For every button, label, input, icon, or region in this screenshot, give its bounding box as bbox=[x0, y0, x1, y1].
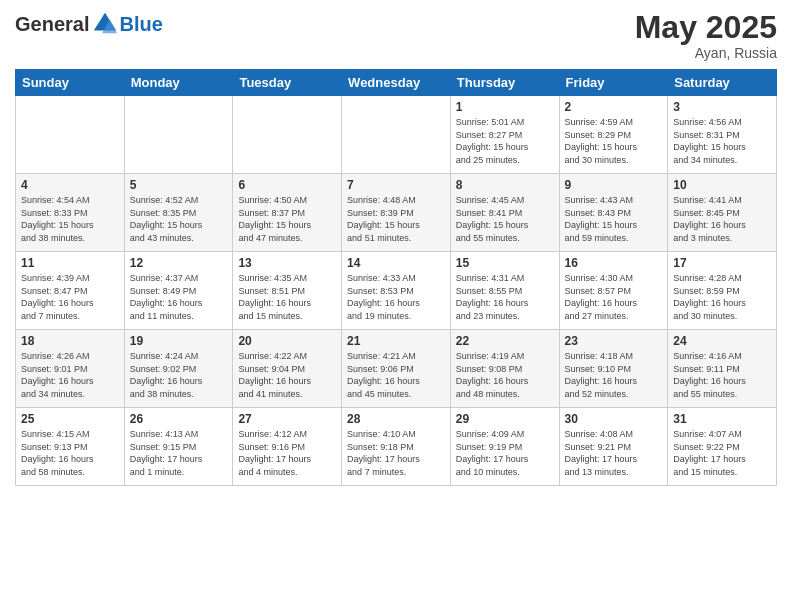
calendar-cell: 8Sunrise: 4:45 AM Sunset: 8:41 PM Daylig… bbox=[450, 174, 559, 252]
day-info: Sunrise: 4:13 AM Sunset: 9:15 PM Dayligh… bbox=[130, 428, 228, 478]
day-info: Sunrise: 4:18 AM Sunset: 9:10 PM Dayligh… bbox=[565, 350, 663, 400]
day-number: 28 bbox=[347, 412, 445, 426]
calendar-cell: 18Sunrise: 4:26 AM Sunset: 9:01 PM Dayli… bbox=[16, 330, 125, 408]
weekday-header-thursday: Thursday bbox=[450, 70, 559, 96]
day-number: 22 bbox=[456, 334, 554, 348]
day-number: 9 bbox=[565, 178, 663, 192]
weekday-header-friday: Friday bbox=[559, 70, 668, 96]
day-number: 27 bbox=[238, 412, 336, 426]
day-info: Sunrise: 5:01 AM Sunset: 8:27 PM Dayligh… bbox=[456, 116, 554, 166]
day-info: Sunrise: 4:07 AM Sunset: 9:22 PM Dayligh… bbox=[673, 428, 771, 478]
day-info: Sunrise: 4:19 AM Sunset: 9:08 PM Dayligh… bbox=[456, 350, 554, 400]
calendar-cell: 2Sunrise: 4:59 AM Sunset: 8:29 PM Daylig… bbox=[559, 96, 668, 174]
calendar-cell: 27Sunrise: 4:12 AM Sunset: 9:16 PM Dayli… bbox=[233, 408, 342, 486]
calendar-cell: 13Sunrise: 4:35 AM Sunset: 8:51 PM Dayli… bbox=[233, 252, 342, 330]
day-info: Sunrise: 4:43 AM Sunset: 8:43 PM Dayligh… bbox=[565, 194, 663, 244]
day-info: Sunrise: 4:26 AM Sunset: 9:01 PM Dayligh… bbox=[21, 350, 119, 400]
week-row-1: 1Sunrise: 5:01 AM Sunset: 8:27 PM Daylig… bbox=[16, 96, 777, 174]
day-number: 29 bbox=[456, 412, 554, 426]
calendar-cell: 24Sunrise: 4:16 AM Sunset: 9:11 PM Dayli… bbox=[668, 330, 777, 408]
day-info: Sunrise: 4:09 AM Sunset: 9:19 PM Dayligh… bbox=[456, 428, 554, 478]
week-row-2: 4Sunrise: 4:54 AM Sunset: 8:33 PM Daylig… bbox=[16, 174, 777, 252]
calendar-cell: 19Sunrise: 4:24 AM Sunset: 9:02 PM Dayli… bbox=[124, 330, 233, 408]
calendar-cell: 9Sunrise: 4:43 AM Sunset: 8:43 PM Daylig… bbox=[559, 174, 668, 252]
calendar-cell: 28Sunrise: 4:10 AM Sunset: 9:18 PM Dayli… bbox=[342, 408, 451, 486]
calendar: SundayMondayTuesdayWednesdayThursdayFrid… bbox=[15, 69, 777, 486]
day-number: 16 bbox=[565, 256, 663, 270]
day-info: Sunrise: 4:31 AM Sunset: 8:55 PM Dayligh… bbox=[456, 272, 554, 322]
calendar-cell: 25Sunrise: 4:15 AM Sunset: 9:13 PM Dayli… bbox=[16, 408, 125, 486]
logo: General Blue bbox=[15, 10, 163, 38]
logo-blue: Blue bbox=[119, 13, 162, 36]
location: Ayan, Russia bbox=[635, 45, 777, 61]
calendar-cell: 3Sunrise: 4:56 AM Sunset: 8:31 PM Daylig… bbox=[668, 96, 777, 174]
calendar-cell: 20Sunrise: 4:22 AM Sunset: 9:04 PM Dayli… bbox=[233, 330, 342, 408]
weekday-header-sunday: Sunday bbox=[16, 70, 125, 96]
calendar-cell bbox=[124, 96, 233, 174]
day-info: Sunrise: 4:21 AM Sunset: 9:06 PM Dayligh… bbox=[347, 350, 445, 400]
calendar-cell bbox=[16, 96, 125, 174]
day-info: Sunrise: 4:54 AM Sunset: 8:33 PM Dayligh… bbox=[21, 194, 119, 244]
day-info: Sunrise: 4:37 AM Sunset: 8:49 PM Dayligh… bbox=[130, 272, 228, 322]
day-number: 6 bbox=[238, 178, 336, 192]
calendar-cell: 23Sunrise: 4:18 AM Sunset: 9:10 PM Dayli… bbox=[559, 330, 668, 408]
logo-icon bbox=[91, 10, 119, 38]
day-number: 12 bbox=[130, 256, 228, 270]
day-number: 30 bbox=[565, 412, 663, 426]
calendar-cell: 29Sunrise: 4:09 AM Sunset: 9:19 PM Dayli… bbox=[450, 408, 559, 486]
day-number: 15 bbox=[456, 256, 554, 270]
day-info: Sunrise: 4:50 AM Sunset: 8:37 PM Dayligh… bbox=[238, 194, 336, 244]
calendar-cell: 26Sunrise: 4:13 AM Sunset: 9:15 PM Dayli… bbox=[124, 408, 233, 486]
weekday-header-tuesday: Tuesday bbox=[233, 70, 342, 96]
weekday-header-monday: Monday bbox=[124, 70, 233, 96]
calendar-cell: 12Sunrise: 4:37 AM Sunset: 8:49 PM Dayli… bbox=[124, 252, 233, 330]
day-number: 13 bbox=[238, 256, 336, 270]
calendar-cell: 5Sunrise: 4:52 AM Sunset: 8:35 PM Daylig… bbox=[124, 174, 233, 252]
day-number: 2 bbox=[565, 100, 663, 114]
day-info: Sunrise: 4:22 AM Sunset: 9:04 PM Dayligh… bbox=[238, 350, 336, 400]
day-number: 23 bbox=[565, 334, 663, 348]
day-info: Sunrise: 4:41 AM Sunset: 8:45 PM Dayligh… bbox=[673, 194, 771, 244]
weekday-header-row: SundayMondayTuesdayWednesdayThursdayFrid… bbox=[16, 70, 777, 96]
calendar-cell bbox=[233, 96, 342, 174]
day-info: Sunrise: 4:39 AM Sunset: 8:47 PM Dayligh… bbox=[21, 272, 119, 322]
day-info: Sunrise: 4:15 AM Sunset: 9:13 PM Dayligh… bbox=[21, 428, 119, 478]
day-number: 18 bbox=[21, 334, 119, 348]
calendar-cell: 22Sunrise: 4:19 AM Sunset: 9:08 PM Dayli… bbox=[450, 330, 559, 408]
day-info: Sunrise: 4:12 AM Sunset: 9:16 PM Dayligh… bbox=[238, 428, 336, 478]
title-block: May 2025 Ayan, Russia bbox=[635, 10, 777, 61]
day-info: Sunrise: 4:28 AM Sunset: 8:59 PM Dayligh… bbox=[673, 272, 771, 322]
day-info: Sunrise: 4:08 AM Sunset: 9:21 PM Dayligh… bbox=[565, 428, 663, 478]
day-number: 20 bbox=[238, 334, 336, 348]
day-info: Sunrise: 4:52 AM Sunset: 8:35 PM Dayligh… bbox=[130, 194, 228, 244]
calendar-cell: 4Sunrise: 4:54 AM Sunset: 8:33 PM Daylig… bbox=[16, 174, 125, 252]
calendar-cell: 30Sunrise: 4:08 AM Sunset: 9:21 PM Dayli… bbox=[559, 408, 668, 486]
calendar-cell: 31Sunrise: 4:07 AM Sunset: 9:22 PM Dayli… bbox=[668, 408, 777, 486]
week-row-4: 18Sunrise: 4:26 AM Sunset: 9:01 PM Dayli… bbox=[16, 330, 777, 408]
day-info: Sunrise: 4:35 AM Sunset: 8:51 PM Dayligh… bbox=[238, 272, 336, 322]
day-number: 5 bbox=[130, 178, 228, 192]
calendar-cell: 14Sunrise: 4:33 AM Sunset: 8:53 PM Dayli… bbox=[342, 252, 451, 330]
day-number: 17 bbox=[673, 256, 771, 270]
day-info: Sunrise: 4:56 AM Sunset: 8:31 PM Dayligh… bbox=[673, 116, 771, 166]
day-info: Sunrise: 4:24 AM Sunset: 9:02 PM Dayligh… bbox=[130, 350, 228, 400]
day-info: Sunrise: 4:16 AM Sunset: 9:11 PM Dayligh… bbox=[673, 350, 771, 400]
header: General Blue May 2025 Ayan, Russia bbox=[15, 10, 777, 61]
day-info: Sunrise: 4:33 AM Sunset: 8:53 PM Dayligh… bbox=[347, 272, 445, 322]
day-number: 1 bbox=[456, 100, 554, 114]
week-row-3: 11Sunrise: 4:39 AM Sunset: 8:47 PM Dayli… bbox=[16, 252, 777, 330]
day-number: 10 bbox=[673, 178, 771, 192]
calendar-cell: 10Sunrise: 4:41 AM Sunset: 8:45 PM Dayli… bbox=[668, 174, 777, 252]
day-number: 19 bbox=[130, 334, 228, 348]
calendar-cell: 17Sunrise: 4:28 AM Sunset: 8:59 PM Dayli… bbox=[668, 252, 777, 330]
day-info: Sunrise: 4:10 AM Sunset: 9:18 PM Dayligh… bbox=[347, 428, 445, 478]
logo-general: General bbox=[15, 13, 89, 36]
calendar-cell bbox=[342, 96, 451, 174]
month-year: May 2025 bbox=[635, 10, 777, 45]
calendar-cell: 1Sunrise: 5:01 AM Sunset: 8:27 PM Daylig… bbox=[450, 96, 559, 174]
calendar-cell: 21Sunrise: 4:21 AM Sunset: 9:06 PM Dayli… bbox=[342, 330, 451, 408]
day-number: 24 bbox=[673, 334, 771, 348]
calendar-cell: 7Sunrise: 4:48 AM Sunset: 8:39 PM Daylig… bbox=[342, 174, 451, 252]
day-info: Sunrise: 4:59 AM Sunset: 8:29 PM Dayligh… bbox=[565, 116, 663, 166]
day-number: 3 bbox=[673, 100, 771, 114]
